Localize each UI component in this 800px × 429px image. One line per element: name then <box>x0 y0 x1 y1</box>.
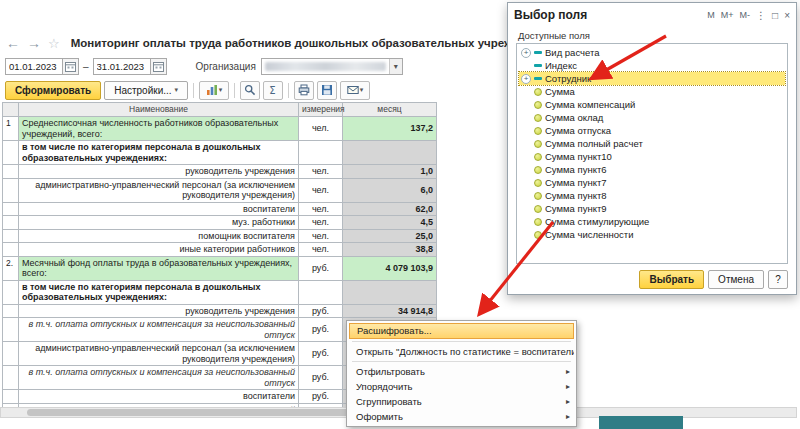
organization-field[interactable]: ▾ <box>261 58 403 75</box>
field-tree-item[interactable]: Сумма <box>519 85 785 98</box>
row-unit[interactable]: чел. <box>299 216 343 230</box>
row-value[interactable]: 38,8 <box>343 243 437 257</box>
row-value[interactable]: 4,5 <box>343 216 437 230</box>
row-value[interactable]: 1,0 <box>343 165 437 179</box>
scale-m-plus-button[interactable]: М+ <box>721 10 734 20</box>
row-name[interactable]: руководитель учреждения <box>19 165 299 179</box>
row-number[interactable] <box>3 165 19 179</box>
row-name[interactable]: Месячный фонд оплаты труда в образовател… <box>19 256 299 280</box>
find-button[interactable] <box>240 81 260 100</box>
help-button[interactable]: ? <box>768 270 788 289</box>
row-name[interactable]: в т.ч. оплата отпускных и компенсация за… <box>19 366 299 390</box>
field-tree-item[interactable]: Сумма пункт9 <box>519 202 785 215</box>
row-number[interactable] <box>3 202 19 216</box>
calendar-to-button[interactable] <box>151 58 167 75</box>
row-number[interactable] <box>3 280 19 304</box>
row-unit[interactable] <box>299 141 343 165</box>
organization-dropdown-icon[interactable]: ▾ <box>389 59 402 74</box>
scale-m-minus-button[interactable]: М- <box>740 10 751 20</box>
row-value[interactable] <box>343 280 437 304</box>
back-button[interactable]: ← <box>6 35 20 51</box>
period-to-input[interactable] <box>93 58 151 75</box>
row-number[interactable]: 1 <box>3 117 19 141</box>
row-unit[interactable]: руб. <box>299 390 343 404</box>
row-name[interactable]: в т.ч. оплата отпускных и компенсация за… <box>19 318 299 342</box>
scrollbar-thumb[interactable] <box>27 409 389 416</box>
save-button[interactable] <box>317 81 337 100</box>
row-name[interactable]: в том числе по категориям персонала в до… <box>19 141 299 165</box>
scale-m-button[interactable]: М <box>707 10 715 20</box>
row-unit[interactable]: руб. <box>299 256 343 280</box>
row-name[interactable]: муз. работники <box>19 216 299 230</box>
row-value[interactable]: 137,2 <box>343 117 437 141</box>
row-unit[interactable]: руб. <box>299 304 343 318</box>
header-unit[interactable]: измерения <box>299 103 343 117</box>
row-number[interactable] <box>3 342 19 366</box>
row-unit[interactable]: руб. <box>299 342 343 366</box>
row-number[interactable] <box>3 216 19 230</box>
field-tree-item[interactable]: + Сотрудник <box>519 72 785 85</box>
row-value[interactable]: 25,0 <box>343 229 437 243</box>
field-tree-item[interactable]: Сумма численности <box>519 228 785 241</box>
row-number[interactable] <box>3 304 19 318</box>
row-name[interactable]: иные категории работников <box>19 243 299 257</box>
row-number[interactable] <box>3 318 19 342</box>
settings-button[interactable]: Настройки... ▾ <box>104 81 188 100</box>
field-tree-item[interactable]: Сумма стимулирующие <box>519 215 785 228</box>
field-tree-item[interactable]: Сумма полный расчет <box>519 137 785 150</box>
header-corner[interactable] <box>3 103 19 117</box>
field-tree-item[interactable]: Сумма пункт7 <box>519 176 785 189</box>
field-tree-item[interactable]: Сумма пункт8 <box>519 189 785 202</box>
row-value[interactable]: 62,0 <box>343 202 437 216</box>
row-name[interactable]: административно-управленческий персонал … <box>19 178 299 202</box>
row-number[interactable] <box>3 243 19 257</box>
expand-icon[interactable]: + <box>521 48 531 58</box>
row-unit[interactable] <box>299 280 343 304</box>
select-button[interactable]: Выбрать <box>639 270 704 289</box>
context-menu-item[interactable]: Упорядочить ▸ <box>349 379 574 394</box>
period-from-input[interactable] <box>5 58 63 75</box>
row-name[interactable]: административно-управленческий персонал … <box>19 342 299 366</box>
expand-icon[interactable]: + <box>521 74 531 84</box>
calendar-from-button[interactable] <box>63 58 79 75</box>
context-menu-item[interactable]: Оформить ▸ <box>349 409 574 424</box>
cancel-button[interactable]: Отмена <box>708 270 764 289</box>
context-menu-item[interactable]: Сгруппировать ▸ <box>349 394 574 409</box>
row-number[interactable] <box>3 366 19 390</box>
row-name[interactable]: руководитель учреждения <box>19 304 299 318</box>
context-menu-item[interactable]: Расшифровать... ▸ <box>349 323 574 339</box>
header-month[interactable]: месяц <box>343 103 437 117</box>
close-icon[interactable]: × <box>784 10 790 21</box>
row-name[interactable]: помощник воспитателя <box>19 229 299 243</box>
row-value[interactable] <box>343 141 437 165</box>
row-value[interactable]: 4 079 103,9 <box>343 256 437 280</box>
row-number[interactable]: 2. <box>3 256 19 280</box>
row-number[interactable] <box>3 390 19 404</box>
row-number[interactable] <box>3 178 19 202</box>
forward-button[interactable]: → <box>27 35 41 51</box>
row-unit[interactable]: чел. <box>299 117 343 141</box>
maximize-icon[interactable]: □ <box>772 10 778 21</box>
print-button[interactable] <box>294 81 314 100</box>
more-icon[interactable]: ⋮ <box>756 10 766 21</box>
row-unit[interactable]: чел. <box>299 165 343 179</box>
row-unit[interactable]: чел. <box>299 243 343 257</box>
field-tree-item[interactable]: Сумма компенсаций <box>519 98 785 111</box>
context-menu-item[interactable]: Открыть "Должность по статистике = воспи… <box>349 344 574 359</box>
row-unit[interactable]: чел. <box>299 178 343 202</box>
row-name[interactable]: воспитатели <box>19 202 299 216</box>
row-unit[interactable]: чел. <box>299 229 343 243</box>
favorite-star-icon[interactable]: ☆ <box>48 36 60 51</box>
header-name[interactable]: Наименование <box>19 103 299 117</box>
field-tree-item[interactable]: Сумма оклад <box>519 111 785 124</box>
row-unit[interactable]: руб. <box>299 366 343 390</box>
context-menu-item[interactable]: Отфильтровать ▸ <box>349 364 574 379</box>
field-tree-item[interactable]: Сумма отпуска <box>519 124 785 137</box>
row-name[interactable]: Среднесписочная численность работников о… <box>19 117 299 141</box>
row-name[interactable]: в том числе по категориям персонала в до… <box>19 280 299 304</box>
row-number[interactable] <box>3 141 19 165</box>
report-variant-button[interactable]: ▾ <box>199 81 229 100</box>
field-tree-item[interactable]: Индекс <box>519 59 785 72</box>
row-value[interactable]: 6,0 <box>343 178 437 202</box>
row-unit[interactable]: руб. <box>299 318 343 342</box>
